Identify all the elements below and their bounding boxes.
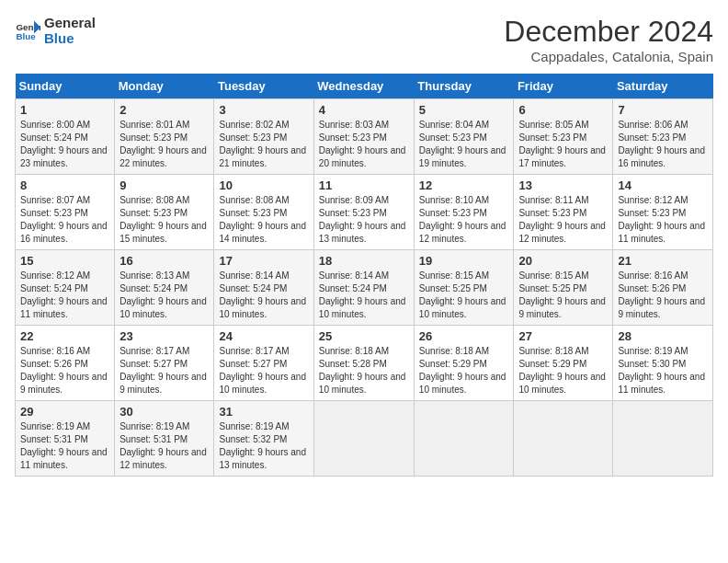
day-number: 24 xyxy=(219,329,308,343)
calendar-cell: 9 Sunrise: 8:08 AM Sunset: 5:23 PM Dayli… xyxy=(115,175,214,250)
calendar-cell: 10 Sunrise: 8:08 AM Sunset: 5:23 PM Dayl… xyxy=(214,175,313,250)
calendar-cell: 17 Sunrise: 8:14 AM Sunset: 5:24 PM Dayl… xyxy=(214,250,313,326)
calendar-cell xyxy=(613,401,713,477)
day-number: 5 xyxy=(419,103,509,117)
day-info: Sunrise: 8:09 AM Sunset: 5:23 PM Dayligh… xyxy=(319,194,409,246)
day-info: Sunrise: 8:07 AM Sunset: 5:23 PM Dayligh… xyxy=(20,194,109,246)
day-number: 21 xyxy=(618,254,708,268)
calendar-cell: 15 Sunrise: 8:12 AM Sunset: 5:24 PM Dayl… xyxy=(16,250,115,326)
calendar-cell: 23 Sunrise: 8:17 AM Sunset: 5:27 PM Dayl… xyxy=(115,326,214,401)
day-info: Sunrise: 8:15 AM Sunset: 5:25 PM Dayligh… xyxy=(518,270,608,321)
day-info: Sunrise: 8:18 AM Sunset: 5:29 PM Dayligh… xyxy=(419,345,509,396)
day-info: Sunrise: 8:02 AM Sunset: 5:23 PM Dayligh… xyxy=(219,119,308,170)
day-number: 31 xyxy=(219,405,308,419)
logo: General Blue General Blue xyxy=(15,15,96,46)
calendar-cell: 4 Sunrise: 8:03 AM Sunset: 5:23 PM Dayli… xyxy=(313,99,414,175)
calendar-cell: 24 Sunrise: 8:17 AM Sunset: 5:27 PM Dayl… xyxy=(214,326,313,401)
calendar-cell: 3 Sunrise: 8:02 AM Sunset: 5:23 PM Dayli… xyxy=(214,99,313,175)
calendar-cell: 16 Sunrise: 8:13 AM Sunset: 5:24 PM Dayl… xyxy=(115,250,214,326)
day-number: 15 xyxy=(20,254,109,268)
day-info: Sunrise: 8:16 AM Sunset: 5:26 PM Dayligh… xyxy=(618,270,708,321)
calendar-cell: 27 Sunrise: 8:18 AM Sunset: 5:29 PM Dayl… xyxy=(514,326,613,401)
day-info: Sunrise: 8:15 AM Sunset: 5:25 PM Dayligh… xyxy=(419,270,509,321)
calendar-cell: 1 Sunrise: 8:00 AM Sunset: 5:24 PM Dayli… xyxy=(16,99,115,175)
day-info: Sunrise: 8:01 AM Sunset: 5:23 PM Dayligh… xyxy=(119,119,209,170)
day-info: Sunrise: 8:12 AM Sunset: 5:23 PM Dayligh… xyxy=(618,194,708,246)
col-wednesday: Wednesday xyxy=(313,74,414,99)
calendar-cell: 13 Sunrise: 8:11 AM Sunset: 5:23 PM Dayl… xyxy=(514,175,613,250)
day-info: Sunrise: 8:00 AM Sunset: 5:24 PM Dayligh… xyxy=(20,119,109,170)
calendar-cell: 19 Sunrise: 8:15 AM Sunset: 5:25 PM Dayl… xyxy=(414,250,514,326)
col-saturday: Saturday xyxy=(613,74,713,99)
day-number: 12 xyxy=(419,178,509,192)
calendar-cell: 18 Sunrise: 8:14 AM Sunset: 5:24 PM Dayl… xyxy=(313,250,414,326)
day-number: 17 xyxy=(219,254,308,268)
calendar: Sunday Monday Tuesday Wednesday Thursday… xyxy=(15,74,713,477)
header-row: Sunday Monday Tuesday Wednesday Thursday… xyxy=(16,74,713,99)
day-number: 4 xyxy=(319,103,409,117)
calendar-cell: 12 Sunrise: 8:10 AM Sunset: 5:23 PM Dayl… xyxy=(414,175,514,250)
day-number: 30 xyxy=(119,405,209,419)
calendar-cell: 31 Sunrise: 8:19 AM Sunset: 5:32 PM Dayl… xyxy=(214,401,313,477)
day-info: Sunrise: 8:18 AM Sunset: 5:28 PM Dayligh… xyxy=(319,345,409,396)
day-info: Sunrise: 8:19 AM Sunset: 5:30 PM Dayligh… xyxy=(618,345,708,396)
day-info: Sunrise: 8:13 AM Sunset: 5:24 PM Dayligh… xyxy=(119,270,209,321)
calendar-week-3: 15 Sunrise: 8:12 AM Sunset: 5:24 PM Dayl… xyxy=(16,250,713,326)
logo-icon: General Blue xyxy=(15,17,40,43)
calendar-cell: 8 Sunrise: 8:07 AM Sunset: 5:23 PM Dayli… xyxy=(16,175,115,250)
calendar-week-4: 22 Sunrise: 8:16 AM Sunset: 5:26 PM Dayl… xyxy=(16,326,713,401)
day-info: Sunrise: 8:19 AM Sunset: 5:31 PM Dayligh… xyxy=(20,420,109,472)
day-info: Sunrise: 8:06 AM Sunset: 5:23 PM Dayligh… xyxy=(618,119,708,170)
day-info: Sunrise: 8:14 AM Sunset: 5:24 PM Dayligh… xyxy=(219,270,308,321)
day-info: Sunrise: 8:14 AM Sunset: 5:24 PM Dayligh… xyxy=(319,270,409,321)
day-number: 8 xyxy=(20,178,109,192)
day-number: 3 xyxy=(219,103,308,117)
day-info: Sunrise: 8:11 AM Sunset: 5:23 PM Dayligh… xyxy=(518,194,608,246)
day-info: Sunrise: 8:17 AM Sunset: 5:27 PM Dayligh… xyxy=(119,345,209,396)
day-info: Sunrise: 8:10 AM Sunset: 5:23 PM Dayligh… xyxy=(419,194,509,246)
day-info: Sunrise: 8:19 AM Sunset: 5:31 PM Dayligh… xyxy=(119,420,209,472)
col-monday: Monday xyxy=(115,74,214,99)
calendar-cell: 28 Sunrise: 8:19 AM Sunset: 5:30 PM Dayl… xyxy=(613,326,713,401)
day-number: 26 xyxy=(419,329,509,343)
day-number: 6 xyxy=(518,103,608,117)
day-number: 29 xyxy=(20,405,109,419)
logo-line2: Blue xyxy=(44,30,96,46)
header: General Blue General Blue December 2024 … xyxy=(15,15,713,64)
day-number: 20 xyxy=(518,254,608,268)
day-number: 13 xyxy=(518,178,608,192)
day-number: 28 xyxy=(618,329,708,343)
calendar-cell: 7 Sunrise: 8:06 AM Sunset: 5:23 PM Dayli… xyxy=(613,99,713,175)
day-info: Sunrise: 8:08 AM Sunset: 5:23 PM Dayligh… xyxy=(119,194,209,246)
calendar-cell: 22 Sunrise: 8:16 AM Sunset: 5:26 PM Dayl… xyxy=(16,326,115,401)
calendar-week-5: 29 Sunrise: 8:19 AM Sunset: 5:31 PM Dayl… xyxy=(16,401,713,477)
calendar-cell: 6 Sunrise: 8:05 AM Sunset: 5:23 PM Dayli… xyxy=(514,99,613,175)
calendar-cell: 29 Sunrise: 8:19 AM Sunset: 5:31 PM Dayl… xyxy=(16,401,115,477)
calendar-cell: 2 Sunrise: 8:01 AM Sunset: 5:23 PM Dayli… xyxy=(115,99,214,175)
day-number: 14 xyxy=(618,178,708,192)
day-number: 1 xyxy=(20,103,109,117)
day-info: Sunrise: 8:08 AM Sunset: 5:23 PM Dayligh… xyxy=(219,194,308,246)
col-tuesday: Tuesday xyxy=(214,74,313,99)
day-number: 23 xyxy=(119,329,209,343)
day-number: 7 xyxy=(618,103,708,117)
calendar-week-1: 1 Sunrise: 8:00 AM Sunset: 5:24 PM Dayli… xyxy=(16,99,713,175)
calendar-cell xyxy=(514,401,613,477)
day-number: 2 xyxy=(119,103,209,117)
day-number: 10 xyxy=(219,178,308,192)
day-info: Sunrise: 8:17 AM Sunset: 5:27 PM Dayligh… xyxy=(219,345,308,396)
title-area: December 2024 Cappadales, Catalonia, Spa… xyxy=(504,15,713,64)
calendar-cell: 11 Sunrise: 8:09 AM Sunset: 5:23 PM Dayl… xyxy=(313,175,414,250)
day-info: Sunrise: 8:03 AM Sunset: 5:23 PM Dayligh… xyxy=(319,119,409,170)
calendar-cell: 26 Sunrise: 8:18 AM Sunset: 5:29 PM Dayl… xyxy=(414,326,514,401)
day-number: 22 xyxy=(20,329,109,343)
calendar-cell xyxy=(313,401,414,477)
month-title: December 2024 xyxy=(504,15,713,49)
calendar-week-2: 8 Sunrise: 8:07 AM Sunset: 5:23 PM Dayli… xyxy=(16,175,713,250)
day-number: 27 xyxy=(518,329,608,343)
day-number: 11 xyxy=(319,178,409,192)
day-number: 19 xyxy=(419,254,509,268)
logo-line1: General xyxy=(44,15,96,30)
calendar-cell xyxy=(414,401,514,477)
day-info: Sunrise: 8:19 AM Sunset: 5:32 PM Dayligh… xyxy=(219,420,308,472)
